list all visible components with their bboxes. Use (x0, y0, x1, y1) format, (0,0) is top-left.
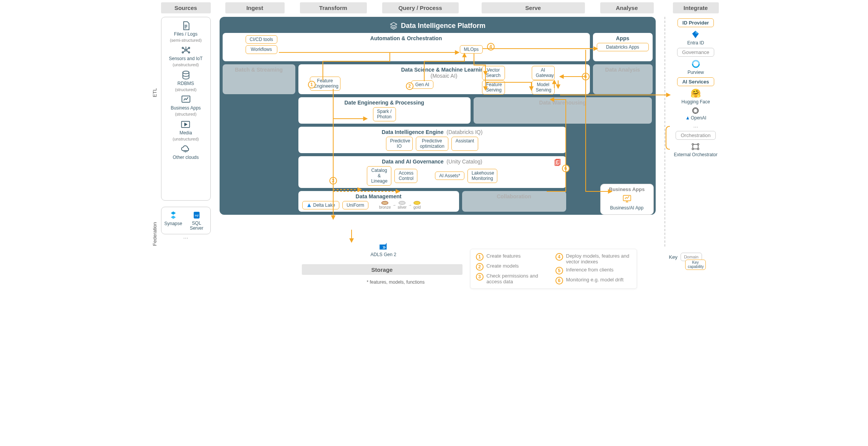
cap-assistant: Assistant (451, 137, 479, 151)
cap-access: Access Control (394, 169, 417, 183)
source-bizapps: Business Apps(structured) (171, 94, 201, 116)
panel-dw-title: Data Warehousing (477, 100, 648, 106)
panel-dw: Data Warehousing (474, 97, 652, 124)
legend-3: Check permissions and access data (487, 273, 544, 284)
platform-container: Data Intelligence Platform Automation & … (220, 17, 656, 215)
cap-catalog: Catalog & Lineage (367, 166, 391, 186)
svg-point-3 (182, 52, 184, 54)
source-rdbms: RDBMS(structured) (175, 70, 196, 92)
legend-6: Monitoring e.g. model drift (566, 277, 624, 283)
panel-collab: Collaboration (462, 191, 566, 212)
panel-dm: Data Management Delta Lake UniForm bronz… (298, 191, 459, 212)
panel-collab-title: Collaboration (466, 193, 562, 199)
svg-point-16 (692, 148, 694, 150)
panel-data-analysis: Data Analysis (593, 64, 653, 94)
iot-icon (181, 45, 191, 56)
panel-gov-title: Data and AI Governance (Unity Catalog) (302, 158, 562, 165)
business-apps-box: Business Apps Business/AI App (600, 184, 654, 215)
label-federation: Federation (152, 222, 158, 246)
int-orchestration: Orchestration (676, 131, 715, 140)
panel-batch-title: Batch & Streaming (226, 67, 292, 73)
panel-batch: Batch & Streaming (223, 64, 295, 94)
integrate-column: ID Provider Entra ID Governance Purview … (673, 18, 719, 157)
federation-more: … (183, 234, 189, 240)
adls-icon (378, 241, 389, 251)
header-analyse: Analyse (600, 2, 654, 13)
cap-cicd: CI/CD tools (246, 35, 277, 44)
architecture-diagram: Sources Ingest Transform Query / Process… (145, 0, 723, 299)
cap-popt: Predictive optimization (416, 137, 448, 151)
divider (664, 17, 665, 247)
header-sources: Sources (161, 2, 211, 13)
panel-automation: Automation & Orchestration CI/CD tools W… (223, 33, 590, 61)
federation-synapse: Synapse (164, 210, 182, 226)
int-governance: Governance (677, 48, 714, 57)
media-icon (180, 119, 191, 130)
panel-de-title: Date Engineering & Processing (302, 100, 467, 106)
chart-icon (181, 94, 191, 105)
medallion: bronze → silver → gold (379, 201, 421, 209)
int-entra: Entra ID (687, 29, 704, 46)
cloud-icon (180, 144, 191, 154)
legend-4: Deploy models, features and vector index… (566, 253, 631, 265)
delta-icon (306, 203, 312, 208)
cap-delta: Delta Lake (302, 201, 339, 209)
business-apps-title: Business Apps (609, 186, 645, 192)
panel-apps: Apps Databricks Apps (593, 33, 653, 61)
panel-data-analysis-title: Data Analysis (597, 67, 649, 73)
sources-box: Files / Logs(semi-structured) Sensors an… (161, 17, 211, 201)
int-openai: OpenAI (685, 107, 707, 121)
badge-2: 2 (406, 82, 414, 90)
int-id-provider: ID Provider (677, 18, 714, 27)
badge-4: 4 (487, 43, 495, 51)
panel-die: Data Intelligence Engine (Databricks IQ)… (298, 127, 566, 153)
purview-icon (691, 59, 701, 69)
svg-point-17 (697, 144, 699, 145)
header-integrate: Integrate (673, 2, 719, 13)
layers-icon (389, 21, 398, 30)
panel-dsml: Data Science & Machine Learning (Mosaic … (298, 64, 590, 94)
panel-governance: Data and AI Governance (Unity Catalog) C… (298, 156, 566, 188)
legend: 1Create features 2Create models 3Check p… (470, 249, 637, 289)
int-hf: 🤗 Hugging Face (681, 88, 710, 105)
int-ext-orch: External Orchestrator (674, 142, 717, 157)
legend-5: Inference from clients (566, 267, 614, 273)
azure-icon (685, 116, 690, 120)
synapse-icon (168, 210, 178, 220)
label-etl: ETL (152, 88, 158, 97)
header-serve: Serve (482, 2, 585, 13)
cap-genai: Gen AI (411, 80, 434, 89)
panel-die-title: Data Intelligence Engine (Databricks IQ) (302, 129, 562, 135)
source-iot: Sensors and IoT(unstructured) (169, 45, 202, 67)
header-ingest: Ingest (225, 2, 285, 13)
svg-point-5 (182, 71, 189, 74)
cap-pio: Predictive IO (386, 137, 413, 151)
badge-3: 3 (329, 177, 337, 185)
platform-title-row: Data Intelligence Platform (223, 20, 653, 33)
orchestrator-icon (690, 142, 701, 151)
svg-point-4 (188, 52, 190, 54)
businessapp-icon (621, 194, 633, 204)
cap-spark: Spark / Photon (373, 107, 396, 121)
badge-5: 5 (582, 73, 590, 80)
file-icon (181, 20, 191, 31)
storage-item: ADLS Gen 2 (371, 241, 396, 257)
cap-dbx-apps: Databricks Apps (597, 43, 649, 51)
panel-automation-title: Automation & Orchestration (226, 35, 586, 41)
svg-point-18 (697, 148, 699, 150)
legend-1: Create features (487, 253, 521, 259)
int-ai-services: AI Services (677, 77, 714, 86)
cap-uniform: UniForm (342, 201, 368, 209)
cap-monitor: Lakehouse Monitoring (467, 169, 497, 183)
svg-point-0 (185, 49, 187, 51)
source-files-logs: Files / Logs(semi-structured) (170, 20, 202, 42)
federation-box: Synapse sql SQL Server (161, 207, 211, 234)
header-transform: Transform (300, 2, 367, 13)
panel-de: Date Engineering & Processing Spark / Ph… (298, 97, 471, 124)
badge-1: 1 (308, 81, 316, 88)
business-apps-item: Business/AI App (610, 205, 643, 211)
footnote: * features, models, functions (367, 279, 425, 285)
database-icon (181, 70, 191, 80)
cap-vector: Vector Search (482, 66, 505, 80)
legend-2: Create models (487, 263, 519, 269)
